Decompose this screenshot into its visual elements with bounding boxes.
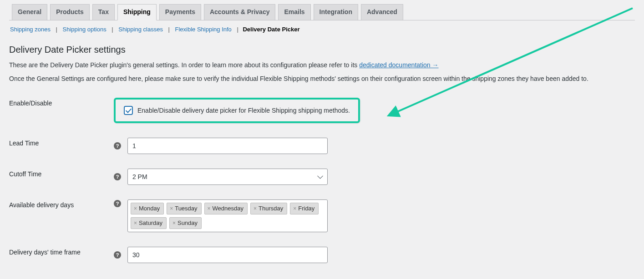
- tab-general[interactable]: General: [12, 4, 47, 20]
- day-token: ×Monday: [131, 203, 164, 214]
- enable-disable-highlight: Enable/Disable delivery date picker for …: [114, 98, 360, 123]
- remove-token-icon[interactable]: ×: [208, 205, 211, 212]
- subtab-flexible-shipping-info[interactable]: Flexible Shipping Info: [174, 26, 233, 33]
- available-days-label: Available delivery days: [9, 192, 114, 239]
- remove-token-icon[interactable]: ×: [172, 220, 176, 226]
- help-icon[interactable]: ?: [114, 142, 121, 149]
- separator: |: [234, 26, 241, 33]
- time-frame-input[interactable]: [127, 247, 328, 263]
- tab-accounts-privacy[interactable]: Accounts & Privacy: [204, 4, 276, 20]
- day-token: ×Friday: [290, 203, 319, 214]
- intro-text: These are the Delivery Date Picker plugi…: [9, 61, 359, 69]
- subtab-shipping-zones[interactable]: Shipping zones: [9, 26, 51, 33]
- day-token-label: Thursday: [259, 205, 283, 212]
- day-token: ×Saturday: [131, 217, 167, 229]
- subtab-shipping-classes[interactable]: Shipping classes: [117, 26, 164, 33]
- settings-form: Enable/Disable Enable/Disable delivery d…: [9, 90, 635, 270]
- separator: |: [53, 26, 60, 33]
- remove-token-icon[interactable]: ×: [134, 220, 137, 226]
- enable-disable-label: Enable/Disable: [9, 90, 114, 130]
- help-icon[interactable]: ?: [114, 251, 121, 259]
- day-token: ×Thursday: [250, 203, 287, 214]
- intro-paragraph-2: Once the General Settings are configured…: [9, 75, 635, 82]
- day-token-label: Sunday: [177, 219, 198, 226]
- time-frame-label: Delivery days' time frame: [9, 239, 114, 270]
- tab-shipping[interactable]: Shipping: [117, 4, 157, 20]
- separator: |: [166, 26, 172, 33]
- settings-tabs: General Products Tax Shipping Payments A…: [9, 0, 635, 20]
- intro-paragraph: These are the Delivery Date Picker plugi…: [9, 61, 635, 69]
- subtab-shipping-options[interactable]: Shipping options: [62, 26, 107, 33]
- day-token-label: Friday: [298, 205, 314, 212]
- subtab-delivery-date-picker: Delivery Date Picker: [243, 26, 299, 33]
- tab-products[interactable]: Products: [50, 4, 90, 20]
- remove-token-icon[interactable]: ×: [293, 205, 296, 212]
- day-token-label: Wednesday: [213, 205, 243, 212]
- cutoff-time-label: Cutoff Time: [9, 161, 114, 192]
- remove-token-icon[interactable]: ×: [254, 205, 257, 212]
- remove-token-icon[interactable]: ×: [134, 205, 137, 212]
- help-icon[interactable]: ?: [114, 173, 121, 180]
- day-token-label: Monday: [139, 205, 160, 212]
- shipping-subtabs: Shipping zones | Shipping options | Ship…: [9, 26, 635, 33]
- day-token: ×Sunday: [169, 217, 202, 229]
- documentation-link[interactable]: dedicated documentation →: [359, 61, 438, 69]
- lead-time-input[interactable]: [127, 138, 328, 154]
- remove-token-icon[interactable]: ×: [170, 205, 173, 212]
- available-days-multiselect[interactable]: ×Monday ×Tuesday ×Wednesday ×Thursday ×F…: [127, 199, 328, 232]
- tab-advanced[interactable]: Advanced: [361, 4, 403, 20]
- day-token-label: Saturday: [139, 219, 162, 226]
- day-token: ×Wednesday: [204, 203, 248, 214]
- lead-time-label: Lead Time: [9, 130, 114, 161]
- separator: |: [109, 26, 116, 33]
- tab-integration[interactable]: Integration: [314, 4, 358, 20]
- day-token: ×Tuesday: [167, 203, 201, 214]
- day-token-label: Tuesday: [175, 205, 197, 212]
- help-icon[interactable]: ?: [114, 200, 121, 207]
- cutoff-time-select[interactable]: 2 PM: [127, 169, 328, 185]
- enable-disable-description: Enable/Disable delivery date picker for …: [137, 107, 350, 114]
- tab-payments[interactable]: Payments: [159, 4, 201, 20]
- enable-disable-checkbox[interactable]: [124, 106, 133, 115]
- tab-tax[interactable]: Tax: [92, 4, 115, 20]
- tab-emails[interactable]: Emails: [278, 4, 310, 20]
- page-title: Delivery Date Picker settings: [9, 45, 635, 55]
